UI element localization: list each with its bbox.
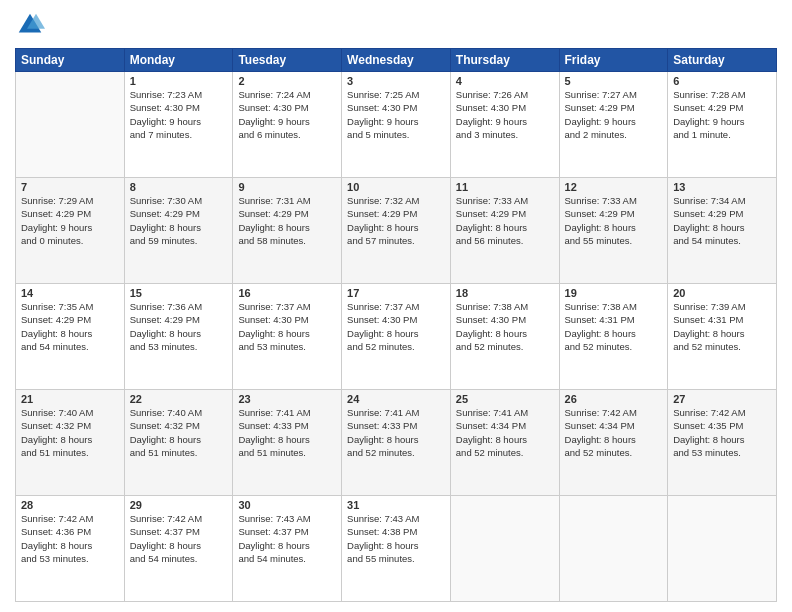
day-info: Sunrise: 7:24 AM Sunset: 4:30 PM Dayligh…: [238, 88, 336, 141]
day-info: Sunrise: 7:28 AM Sunset: 4:29 PM Dayligh…: [673, 88, 771, 141]
day-number: 4: [456, 75, 554, 87]
day-cell: 20Sunrise: 7:39 AM Sunset: 4:31 PM Dayli…: [668, 284, 777, 390]
day-cell: 5Sunrise: 7:27 AM Sunset: 4:29 PM Daylig…: [559, 72, 668, 178]
day-cell: 18Sunrise: 7:38 AM Sunset: 4:30 PM Dayli…: [450, 284, 559, 390]
day-info: Sunrise: 7:42 AM Sunset: 4:34 PM Dayligh…: [565, 406, 663, 459]
day-info: Sunrise: 7:30 AM Sunset: 4:29 PM Dayligh…: [130, 194, 228, 247]
day-info: Sunrise: 7:42 AM Sunset: 4:36 PM Dayligh…: [21, 512, 119, 565]
day-cell: 16Sunrise: 7:37 AM Sunset: 4:30 PM Dayli…: [233, 284, 342, 390]
day-number: 3: [347, 75, 445, 87]
day-cell: 10Sunrise: 7:32 AM Sunset: 4:29 PM Dayli…: [342, 178, 451, 284]
day-cell: 15Sunrise: 7:36 AM Sunset: 4:29 PM Dayli…: [124, 284, 233, 390]
day-number: 7: [21, 181, 119, 193]
day-number: 15: [130, 287, 228, 299]
day-cell: 6Sunrise: 7:28 AM Sunset: 4:29 PM Daylig…: [668, 72, 777, 178]
day-cell: [559, 496, 668, 602]
weekday-header-friday: Friday: [559, 49, 668, 72]
day-number: 2: [238, 75, 336, 87]
day-number: 16: [238, 287, 336, 299]
day-info: Sunrise: 7:32 AM Sunset: 4:29 PM Dayligh…: [347, 194, 445, 247]
day-number: 29: [130, 499, 228, 511]
day-cell: 13Sunrise: 7:34 AM Sunset: 4:29 PM Dayli…: [668, 178, 777, 284]
day-number: 23: [238, 393, 336, 405]
day-number: 6: [673, 75, 771, 87]
day-number: 25: [456, 393, 554, 405]
day-cell: 30Sunrise: 7:43 AM Sunset: 4:37 PM Dayli…: [233, 496, 342, 602]
day-info: Sunrise: 7:25 AM Sunset: 4:30 PM Dayligh…: [347, 88, 445, 141]
day-cell: 26Sunrise: 7:42 AM Sunset: 4:34 PM Dayli…: [559, 390, 668, 496]
day-cell: 1Sunrise: 7:23 AM Sunset: 4:30 PM Daylig…: [124, 72, 233, 178]
day-cell: 11Sunrise: 7:33 AM Sunset: 4:29 PM Dayli…: [450, 178, 559, 284]
day-number: 14: [21, 287, 119, 299]
day-cell: 9Sunrise: 7:31 AM Sunset: 4:29 PM Daylig…: [233, 178, 342, 284]
weekday-header-tuesday: Tuesday: [233, 49, 342, 72]
day-number: 8: [130, 181, 228, 193]
day-cell: [668, 496, 777, 602]
day-number: 31: [347, 499, 445, 511]
weekday-header-thursday: Thursday: [450, 49, 559, 72]
weekday-header-monday: Monday: [124, 49, 233, 72]
day-info: Sunrise: 7:41 AM Sunset: 4:33 PM Dayligh…: [347, 406, 445, 459]
day-number: 13: [673, 181, 771, 193]
logo: [15, 10, 49, 40]
day-number: 20: [673, 287, 771, 299]
day-cell: 19Sunrise: 7:38 AM Sunset: 4:31 PM Dayli…: [559, 284, 668, 390]
day-info: Sunrise: 7:38 AM Sunset: 4:30 PM Dayligh…: [456, 300, 554, 353]
day-number: 27: [673, 393, 771, 405]
day-number: 17: [347, 287, 445, 299]
day-info: Sunrise: 7:41 AM Sunset: 4:34 PM Dayligh…: [456, 406, 554, 459]
day-info: Sunrise: 7:43 AM Sunset: 4:38 PM Dayligh…: [347, 512, 445, 565]
day-number: 22: [130, 393, 228, 405]
day-cell: 24Sunrise: 7:41 AM Sunset: 4:33 PM Dayli…: [342, 390, 451, 496]
day-info: Sunrise: 7:35 AM Sunset: 4:29 PM Dayligh…: [21, 300, 119, 353]
day-number: 5: [565, 75, 663, 87]
day-info: Sunrise: 7:37 AM Sunset: 4:30 PM Dayligh…: [347, 300, 445, 353]
day-number: 11: [456, 181, 554, 193]
day-cell: 31Sunrise: 7:43 AM Sunset: 4:38 PM Dayli…: [342, 496, 451, 602]
calendar-page: SundayMondayTuesdayWednesdayThursdayFrid…: [0, 0, 792, 612]
day-info: Sunrise: 7:29 AM Sunset: 4:29 PM Dayligh…: [21, 194, 119, 247]
day-number: 30: [238, 499, 336, 511]
day-cell: 12Sunrise: 7:33 AM Sunset: 4:29 PM Dayli…: [559, 178, 668, 284]
day-cell: 3Sunrise: 7:25 AM Sunset: 4:30 PM Daylig…: [342, 72, 451, 178]
day-number: 18: [456, 287, 554, 299]
day-info: Sunrise: 7:34 AM Sunset: 4:29 PM Dayligh…: [673, 194, 771, 247]
day-info: Sunrise: 7:27 AM Sunset: 4:29 PM Dayligh…: [565, 88, 663, 141]
day-info: Sunrise: 7:36 AM Sunset: 4:29 PM Dayligh…: [130, 300, 228, 353]
weekday-header-sunday: Sunday: [16, 49, 125, 72]
week-row-5: 28Sunrise: 7:42 AM Sunset: 4:36 PM Dayli…: [16, 496, 777, 602]
day-info: Sunrise: 7:40 AM Sunset: 4:32 PM Dayligh…: [130, 406, 228, 459]
weekday-header-saturday: Saturday: [668, 49, 777, 72]
week-row-2: 7Sunrise: 7:29 AM Sunset: 4:29 PM Daylig…: [16, 178, 777, 284]
day-info: Sunrise: 7:38 AM Sunset: 4:31 PM Dayligh…: [565, 300, 663, 353]
day-info: Sunrise: 7:40 AM Sunset: 4:32 PM Dayligh…: [21, 406, 119, 459]
day-cell: 25Sunrise: 7:41 AM Sunset: 4:34 PM Dayli…: [450, 390, 559, 496]
day-number: 12: [565, 181, 663, 193]
day-number: 1: [130, 75, 228, 87]
day-cell: 2Sunrise: 7:24 AM Sunset: 4:30 PM Daylig…: [233, 72, 342, 178]
day-cell: 7Sunrise: 7:29 AM Sunset: 4:29 PM Daylig…: [16, 178, 125, 284]
day-cell: 29Sunrise: 7:42 AM Sunset: 4:37 PM Dayli…: [124, 496, 233, 602]
weekday-header-row: SundayMondayTuesdayWednesdayThursdayFrid…: [16, 49, 777, 72]
day-info: Sunrise: 7:31 AM Sunset: 4:29 PM Dayligh…: [238, 194, 336, 247]
day-cell: 23Sunrise: 7:41 AM Sunset: 4:33 PM Dayli…: [233, 390, 342, 496]
day-info: Sunrise: 7:33 AM Sunset: 4:29 PM Dayligh…: [456, 194, 554, 247]
day-info: Sunrise: 7:33 AM Sunset: 4:29 PM Dayligh…: [565, 194, 663, 247]
day-cell: 17Sunrise: 7:37 AM Sunset: 4:30 PM Dayli…: [342, 284, 451, 390]
week-row-4: 21Sunrise: 7:40 AM Sunset: 4:32 PM Dayli…: [16, 390, 777, 496]
calendar-table: SundayMondayTuesdayWednesdayThursdayFrid…: [15, 48, 777, 602]
day-info: Sunrise: 7:43 AM Sunset: 4:37 PM Dayligh…: [238, 512, 336, 565]
day-cell: [450, 496, 559, 602]
day-number: 21: [21, 393, 119, 405]
day-number: 19: [565, 287, 663, 299]
day-info: Sunrise: 7:39 AM Sunset: 4:31 PM Dayligh…: [673, 300, 771, 353]
day-number: 10: [347, 181, 445, 193]
day-cell: 22Sunrise: 7:40 AM Sunset: 4:32 PM Dayli…: [124, 390, 233, 496]
day-info: Sunrise: 7:23 AM Sunset: 4:30 PM Dayligh…: [130, 88, 228, 141]
day-number: 26: [565, 393, 663, 405]
day-info: Sunrise: 7:37 AM Sunset: 4:30 PM Dayligh…: [238, 300, 336, 353]
week-row-3: 14Sunrise: 7:35 AM Sunset: 4:29 PM Dayli…: [16, 284, 777, 390]
day-info: Sunrise: 7:42 AM Sunset: 4:35 PM Dayligh…: [673, 406, 771, 459]
day-cell: 4Sunrise: 7:26 AM Sunset: 4:30 PM Daylig…: [450, 72, 559, 178]
day-number: 24: [347, 393, 445, 405]
